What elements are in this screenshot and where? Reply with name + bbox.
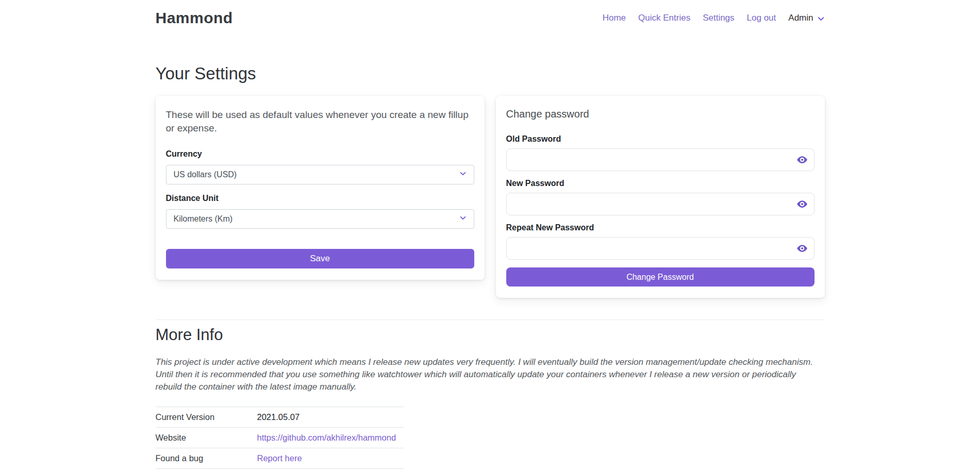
table-row: Found a bug Report here bbox=[156, 448, 404, 469]
section-divider bbox=[156, 319, 825, 320]
distance-unit-select-value: Kilometers (Km) bbox=[174, 214, 233, 224]
eye-icon bbox=[796, 204, 808, 211]
page-title: Your Settings bbox=[156, 64, 825, 83]
toggle-password-visibility-button[interactable] bbox=[796, 154, 808, 165]
more-info-section: More Info This project is under active d… bbox=[156, 326, 825, 471]
new-password-input[interactable] bbox=[506, 193, 815, 215]
old-password-field bbox=[506, 148, 815, 171]
change-password-card: Change password Old Password New Passwor… bbox=[496, 96, 825, 298]
info-table: Current Version 2021.05.07 Website https… bbox=[156, 407, 404, 471]
repeat-new-password-field bbox=[506, 237, 815, 260]
main-nav: Home Quick Entries Settings Log out Admi… bbox=[603, 13, 825, 23]
old-password-input[interactable] bbox=[506, 148, 815, 171]
admin-dropdown-label: Admin bbox=[788, 13, 813, 23]
chevron-down-icon bbox=[459, 170, 467, 179]
website-link[interactable]: https://github.com/akhilrex/hammond bbox=[257, 433, 396, 442]
change-password-button[interactable]: Change Password bbox=[506, 267, 815, 287]
navbar: Hammond Home Quick Entries Settings Log … bbox=[0, 0, 980, 36]
table-row: Current Version 2021.05.07 bbox=[156, 407, 404, 428]
info-row-label: Current Version bbox=[156, 407, 257, 428]
development-note: This project is under active development… bbox=[156, 356, 825, 393]
distance-unit-select[interactable]: Kilometers (Km) bbox=[166, 209, 474, 229]
currency-label: Currency bbox=[166, 149, 474, 159]
save-button[interactable]: Save bbox=[166, 249, 474, 268]
new-password-label: New Password bbox=[506, 179, 815, 188]
table-row: Feature Request Request here bbox=[156, 469, 404, 471]
nav-item-quick-entries[interactable]: Quick Entries bbox=[638, 13, 690, 23]
info-row-label: Found a bug bbox=[156, 448, 257, 469]
old-password-label: Old Password bbox=[506, 134, 815, 144]
chevron-down-icon bbox=[459, 214, 467, 224]
currency-select-value: US dollars (USD) bbox=[174, 170, 237, 179]
nav-item-settings[interactable]: Settings bbox=[703, 13, 734, 23]
report-bug-link[interactable]: Report here bbox=[257, 453, 302, 463]
current-version-value: 2021.05.07 bbox=[257, 407, 404, 428]
distance-unit-label: Distance Unit bbox=[166, 194, 474, 203]
toggle-password-visibility-button[interactable] bbox=[796, 198, 808, 210]
toggle-password-visibility-button[interactable] bbox=[796, 243, 808, 254]
brand-logo[interactable]: Hammond bbox=[156, 9, 233, 27]
repeat-new-password-label: Repeat New Password bbox=[506, 223, 815, 232]
eye-icon bbox=[796, 159, 808, 167]
change-password-title: Change password bbox=[506, 108, 815, 120]
repeat-new-password-input[interactable] bbox=[506, 237, 815, 260]
currency-select[interactable]: US dollars (USD) bbox=[166, 165, 474, 184]
more-info-title: More Info bbox=[156, 326, 825, 344]
info-row-label: Website bbox=[156, 428, 257, 448]
main-content: Your Settings These will be used as defa… bbox=[156, 64, 825, 471]
nav-item-home[interactable]: Home bbox=[603, 13, 626, 23]
default-values-card: These will be used as default values whe… bbox=[156, 96, 485, 280]
table-row: Website https://github.com/akhilrex/hamm… bbox=[156, 428, 404, 448]
defaults-description: These will be used as default values whe… bbox=[166, 108, 474, 135]
new-password-field bbox=[506, 193, 815, 215]
nav-item-logout[interactable]: Log out bbox=[747, 13, 776, 23]
eye-icon bbox=[796, 248, 808, 256]
admin-dropdown[interactable]: Admin bbox=[788, 13, 824, 23]
chevron-down-icon bbox=[817, 14, 825, 23]
info-row-label: Feature Request bbox=[156, 469, 257, 471]
